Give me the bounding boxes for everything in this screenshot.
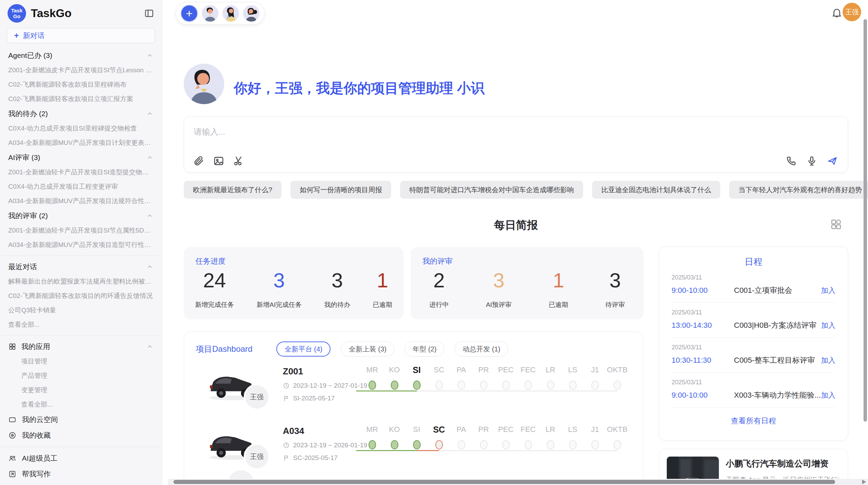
horizontal-scrollbar[interactable] — [168, 479, 868, 485]
collapse-sidebar-icon[interactable] — [144, 8, 154, 18]
join-link[interactable]: 加入 — [821, 356, 835, 365]
input-actions — [785, 155, 838, 167]
join-link[interactable]: 加入 — [821, 390, 835, 400]
sidebar-item-cloud-space[interactable]: 我的云空间 — [0, 412, 162, 427]
sidebar-section-my-todo[interactable]: 我的待办 (2) — [0, 106, 162, 121]
notifications-bell-icon[interactable] — [831, 7, 843, 18]
suggestion-chip[interactable]: 当下年轻人对汽车外观有怎样的喜好趋势 — [729, 181, 868, 199]
apps-view-all[interactable]: 查看全部... — [0, 397, 162, 412]
stat-value: 3 — [605, 269, 625, 292]
schedule-name: C005-整车工程目标评审 — [734, 355, 821, 365]
sidebar-section-my-review[interactable]: 我的评审 (2) — [0, 208, 162, 223]
suggestion-chip[interactable]: 欧洲新规最近颁布了什么? — [184, 181, 281, 199]
microphone-icon[interactable] — [806, 155, 818, 167]
star-badge-icon — [8, 431, 16, 439]
schedule-time: 9:00-10:00 — [672, 286, 734, 295]
horizontal-scrollbar-thumb[interactable] — [173, 480, 835, 484]
project-flag-date: SC-2025-05-17 — [293, 454, 338, 462]
stat-value: 3 — [256, 269, 302, 292]
chat-input[interactable] — [194, 124, 605, 139]
schedule-card: 日程 2025/03/11 9:00-10:00 C001-立项审批会 加入 2… — [659, 247, 848, 440]
stat-value: 1 — [549, 269, 568, 292]
recent-chat-item[interactable]: 公司Q3轻卡销量 — [0, 303, 162, 318]
schedule-time: 10:30-11:30 — [672, 356, 734, 365]
stat-label: 已逾期 — [549, 300, 568, 309]
tab-new-platform[interactable]: 全新平台 (4) — [276, 341, 330, 357]
sidebar-section-agent-done[interactable]: Agent已办 (3) — [0, 48, 162, 63]
suggestion-chip[interactable]: 比亚迪全固态电池计划具体说了什么 — [592, 181, 720, 199]
join-link[interactable]: 加入 — [821, 286, 835, 295]
project-row-a034[interactable]: 王强 A034 2023-12-19 ~ 2026-01-19 SC-2025-… — [184, 421, 643, 476]
project-row-z001[interactable]: 王强 Z001 2023-12-19 ~ 2027-01-19 SI-2025-… — [184, 361, 643, 416]
sidebar-item[interactable]: Z001-全新燃油轻卡产品开发项目SI造型提交物评审 — [0, 165, 162, 179]
sidebar-item[interactable]: Z001-全新燃油轻卡产品开发项目SI节点属性5D文件评审 — [0, 223, 162, 238]
milestone-dot — [502, 440, 510, 449]
tab-new-body[interactable]: 全新上装 (3) — [341, 341, 394, 357]
sidebar-item-favorites[interactable]: 我的收藏 — [0, 427, 162, 443]
schedule-item: 2025/03/11 9:00-10:00 X003-车辆动力学性能验... 加… — [672, 373, 835, 408]
schedule-date: 2025/03/11 — [672, 309, 835, 316]
milestone-dot — [525, 381, 532, 390]
task-progress-card: 任务进度 24新增完成任务 3新增AI完成任务 3我的待办 1已逾期 — [184, 247, 403, 319]
app-item-project-mgmt[interactable]: 项目管理 — [0, 354, 162, 369]
milestone-dot — [502, 381, 510, 390]
tab-year-model[interactable]: 年型 (2) — [405, 341, 444, 357]
add-assistant-button[interactable]: + — [181, 5, 198, 22]
send-icon[interactable] — [827, 155, 838, 167]
clock-icon — [283, 442, 290, 449]
sidebar-item-help-write[interactable]: 帮我写作 — [0, 466, 162, 482]
milestone-label: PA — [450, 365, 472, 375]
milestone-dot — [480, 381, 487, 390]
assistant-avatar-3[interactable] — [243, 5, 260, 22]
scissors-icon[interactable] — [233, 155, 244, 167]
sidebar-item-ai-super-staff[interactable]: AI超级员工 — [0, 450, 162, 466]
sidebar-item[interactable]: C02-飞腾新能源轻客改款项目里程碑画布 — [0, 77, 162, 92]
recent-view-all[interactable]: 查看全部... — [0, 318, 162, 332]
sidebar-item[interactable]: A034-全新新能源MUV产品开发项目造型可行性评审 — [0, 238, 162, 252]
stat-value: 3 — [486, 269, 511, 292]
stat-value: 2 — [429, 269, 449, 292]
image-icon[interactable] — [213, 155, 225, 167]
sidebar-item[interactable]: Z001-全新燃油皮卡产品开发项目SI节点Lesson Learn报告 — [0, 63, 162, 77]
app-item-product-mgmt[interactable]: 产品管理 — [0, 369, 162, 383]
sidebar-item[interactable]: C0X4-动力总成开发项目工程变更评审 — [0, 179, 162, 194]
paperclip-icon[interactable] — [193, 155, 205, 167]
scroll-right-arrow[interactable] — [862, 480, 866, 484]
milestone-dot — [480, 440, 487, 449]
apps-grid-icon — [8, 343, 16, 351]
milestone-label: PEC — [495, 365, 517, 375]
recent-chat-item[interactable]: C02-飞腾新能源轻客改款项目的闭环通告反馈情况 — [0, 289, 162, 303]
sidebar-item[interactable]: C0X4-动力总成开发项目SI里程碑提交物检查 — [0, 121, 162, 136]
assistant-avatar-2[interactable] — [222, 5, 239, 22]
view-all-schedule-link[interactable]: 查看所有日程 — [659, 408, 848, 426]
join-link[interactable]: 加入 — [821, 321, 835, 330]
sidebar-item[interactable]: A034-全新新能源MUV产品开发项目法规符合性评审 — [0, 194, 162, 208]
assistant-avatar-1[interactable] — [202, 5, 218, 22]
sidebar-item[interactable]: A034-全新新能源MUV产品开发项目计划变更表编写 — [0, 136, 162, 150]
stat-value: 24 — [195, 269, 234, 292]
schedule-item: 2025/03/11 13:00-14:30 C003|H0B-方案冻结评审 加… — [672, 303, 835, 338]
sidebar-item-creative-draw[interactable]: 创意制图 — [0, 482, 162, 485]
sidebar-section-recent-chats[interactable]: 最近对话 — [0, 259, 162, 274]
stat-label: 待评审 — [605, 300, 625, 309]
sidebar-section-my-apps[interactable]: 我的应用 — [0, 339, 162, 354]
recent-chat-item[interactable]: 解释最新出台的欧盟报废车法规再生塑料比例被调至15%... — [0, 274, 162, 289]
people-icon — [8, 454, 16, 462]
new-chat-button[interactable]: + 新对话 — [7, 28, 155, 43]
suggestion-chip[interactable]: 特朗普可能对进口汽车增税会对中国车企造成哪些影响 — [400, 181, 583, 199]
chat-input-card — [184, 116, 848, 173]
schedule-date: 2025/03/11 — [672, 344, 835, 351]
chevron-up-icon — [146, 52, 154, 59]
suggestion-chip[interactable]: 如何写一份清晰的项目周报 — [290, 181, 391, 199]
sidebar-section-ai-review[interactable]: AI评审 (3) — [0, 150, 162, 165]
milestone-label-current: SI — [406, 365, 428, 375]
vertical-scrollbar-thumb[interactable] — [864, 19, 867, 422]
milestone-label: J1 — [584, 424, 606, 435]
user-avatar[interactable]: 王强 — [843, 3, 861, 21]
sidebar-item[interactable]: C02-飞腾新能源轻客改款项目立项汇报方案 — [0, 92, 162, 106]
layout-grid-icon[interactable] — [830, 218, 843, 231]
project-code: Z001 — [283, 366, 367, 377]
phone-call-icon[interactable] — [785, 155, 797, 167]
app-item-change-mgmt[interactable]: 变更管理 — [0, 383, 162, 397]
tab-powertrain[interactable]: 动总开发 (1) — [455, 341, 508, 357]
